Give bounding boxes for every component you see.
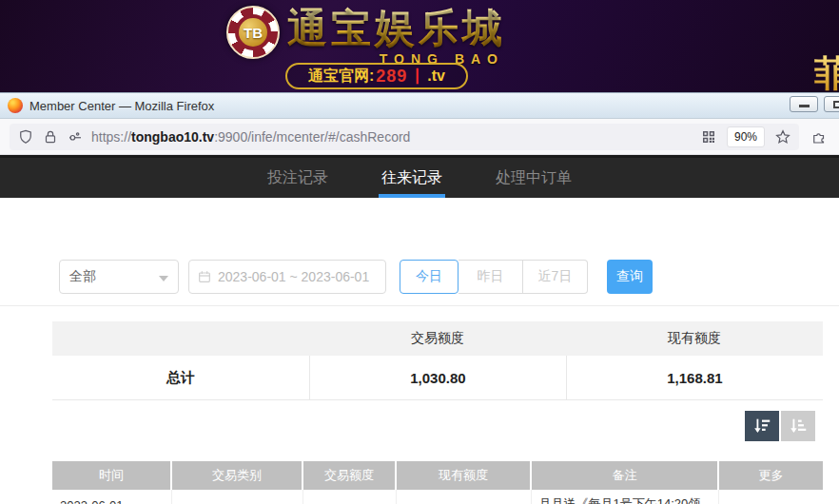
calendar-icon [197, 269, 212, 284]
tab-label: 往来记录 [381, 168, 442, 188]
member-center-tabbar: 投注记录 往来记录 处理中订单 [0, 155, 839, 198]
url-bar[interactable]: https://tongbao10.tv:9900/infe/mcenter/#… [10, 124, 799, 150]
firefox-icon [8, 98, 23, 113]
quick-date-group: 今日 昨日 近7日 [400, 260, 588, 294]
tab-pending-orders[interactable]: 处理中订单 [494, 158, 574, 198]
sort-controls [745, 411, 815, 441]
site-number: 289 [376, 67, 407, 87]
chip-core: TB [239, 18, 267, 47]
browser-toolbar: https://tongbao10.tv:9900/infe/mcenter/#… [0, 119, 839, 155]
url-protocol: https:// [91, 129, 131, 145]
shield-icon[interactable] [17, 128, 34, 145]
today-button[interactable]: 今日 [400, 260, 459, 294]
cell-balance: 1,168.81 [396, 490, 531, 504]
date-range-input[interactable]: 2023-06-01 ~ 2023-06-01 [188, 260, 386, 294]
search-button[interactable]: 查询 [607, 260, 653, 294]
maximize-button[interactable] [824, 96, 839, 112]
table-header-row: 时间 交易类别 交易额度 现有额度 备注 更多 [52, 461, 823, 490]
sort-descending-button[interactable] [745, 411, 779, 441]
extensions-puzzle-icon[interactable] [810, 128, 828, 145]
minimize-icon [799, 105, 810, 107]
url-path: :9900/infe/mcenter/#/cashRecord [214, 129, 410, 145]
url-domain: tongbao10.tv [131, 129, 214, 145]
table-row: 2023-06-01 07:51:03 存款/取款/打码/损益 18.00 1,… [52, 490, 823, 504]
summary-total-balance: 1,168.81 [566, 356, 823, 399]
cash-record-page: 全部 2023-06-01 ~ 2023-06-01 今日 [0, 247, 839, 504]
section-divider [0, 305, 839, 306]
col-header-remark: 备注 [531, 461, 718, 490]
tab-label: 投注记录 [267, 168, 328, 188]
summary-table: 交易额度 现有额度 总计 1,030.80 1,168.81 [52, 321, 823, 400]
tab-label: 处理中订单 [496, 168, 572, 188]
button-label: 今日 [416, 268, 442, 285]
cell-more [718, 490, 823, 504]
yesterday-button[interactable]: 昨日 [459, 260, 523, 294]
official-site-badge: 通宝官网: 289 丨 .tv [285, 63, 468, 89]
brand-logo: 通宝娱乐城 TONG BAO [287, 6, 506, 59]
type-select-value: 全部 [69, 268, 96, 285]
col-header-more: 更多 [718, 461, 823, 490]
col-header-balance: 现有额度 [396, 461, 531, 490]
casino-chip-logo: TB [226, 6, 280, 59]
summary-header-row: 交易额度 现有额度 [52, 321, 823, 356]
window-titlebar: Member Center — Mozilla Firefox [0, 93, 839, 119]
chevron-down-icon [159, 276, 168, 281]
button-label: 近7日 [538, 268, 573, 285]
summary-total-label: 总计 [52, 369, 309, 387]
lock-icon[interactable] [42, 128, 59, 145]
site-tld: .tv [427, 68, 445, 85]
site-separator: 丨 [409, 66, 425, 87]
cash-record-table: 时间 交易类别 交易额度 现有额度 备注 更多 2023-06-01 07:51… [52, 461, 823, 504]
button-label: 昨日 [478, 268, 504, 285]
site-label: 通宝官网: [308, 67, 374, 87]
sort-descending-icon [751, 416, 772, 436]
permissions-icon[interactable] [67, 128, 84, 145]
col-header-amount: 交易额度 [302, 461, 396, 490]
summary-header-trade: 交易额度 [309, 330, 566, 347]
col-header-type: 交易类别 [171, 461, 302, 490]
cell-amount: 18.00 [302, 490, 396, 504]
maximize-icon [833, 101, 839, 108]
minimize-button[interactable] [790, 96, 818, 112]
cell-remark: 月月送《每月1号下午14:20领取》_0501 [531, 490, 718, 504]
col-header-time: 时间 [52, 461, 171, 490]
filter-row: 全部 2023-06-01 ~ 2023-06-01 今日 [59, 260, 653, 294]
summary-total-row: 总计 1,030.80 1,168.81 [52, 356, 823, 400]
firefox-window: Member Center — Mozilla Firefox [0, 92, 839, 504]
banner-edge-glyph: 菲 [814, 49, 839, 92]
type-select[interactable]: 全部 [59, 260, 179, 294]
last7days-button[interactable]: 近7日 [523, 260, 588, 294]
chip-text: TB [244, 25, 263, 41]
casino-banner: TB 通宝娱乐城 TONG BAO 通宝官网: 289 丨 .tv 菲 [0, 0, 839, 92]
cell-time: 2023-06-01 07:51:03 [52, 490, 171, 504]
tab-cash-records[interactable]: 往来记录 [380, 158, 444, 198]
qr-code-icon[interactable] [700, 128, 717, 145]
window-title: Member Center — Mozilla Firefox [29, 99, 214, 113]
tab-bet-records[interactable]: 投注记录 [265, 158, 330, 198]
bookmark-star-icon[interactable] [774, 128, 791, 145]
date-range-value: 2023-06-01 ~ 2023-06-01 [218, 269, 369, 284]
sort-ascending-icon [788, 416, 809, 436]
brand-title-cn: 通宝娱乐城 [287, 6, 506, 51]
sort-ascending-button[interactable] [781, 411, 815, 441]
cell-type: 存款/取款/打码/损益 [171, 490, 302, 504]
url-text[interactable]: https://tongbao10.tv:9900/infe/mcenter/#… [91, 129, 700, 145]
summary-total-trade: 1,030.80 [309, 356, 566, 399]
summary-header-balance: 现有额度 [566, 330, 823, 347]
zoom-level-badge[interactable]: 90% [727, 126, 765, 147]
